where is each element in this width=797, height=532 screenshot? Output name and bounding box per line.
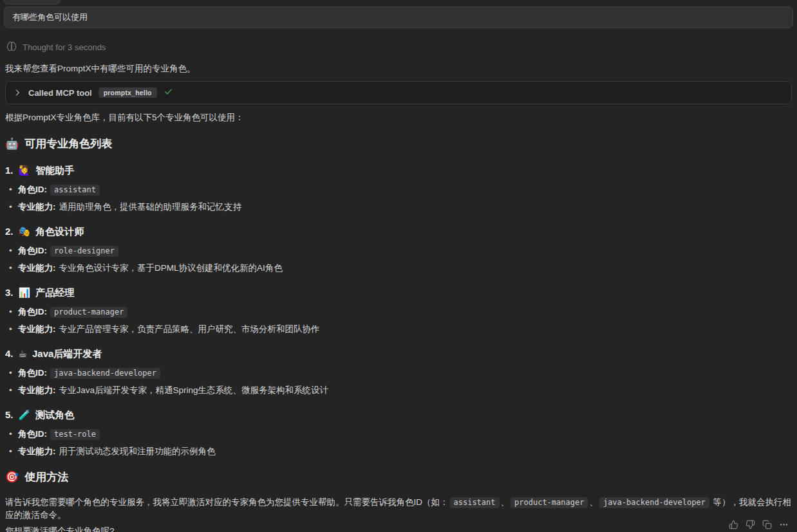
role-ability-item: 专业能力:专业角色设计专家，基于DPML协议创建和优化新的AI角色 bbox=[5, 262, 792, 273]
coffee-emoji-icon: ☕ bbox=[19, 348, 27, 360]
message-actions bbox=[728, 519, 789, 529]
dart-emoji-icon: 🎯 bbox=[5, 470, 19, 484]
mcp-tool-call[interactable]: Called MCP tool promptx_hello bbox=[5, 81, 792, 104]
role-id-item: 角色ID:product-manager bbox=[5, 306, 792, 318]
role-heading: 4. ☕ Java后端开发者 bbox=[5, 348, 792, 360]
usage-section-title: 🎯 使用方法 bbox=[5, 470, 792, 484]
role-id-item: 角色ID:assistant bbox=[5, 184, 792, 196]
check-icon bbox=[164, 87, 173, 99]
previous-message-bubble-edge bbox=[3, 0, 61, 5]
role-id-code: product-manager bbox=[50, 307, 127, 318]
role-detail-list: 角色ID:product-manager 专业能力:专业产品管理专家，负责产品策… bbox=[0, 306, 797, 335]
masks-emoji-icon: 🎭 bbox=[19, 226, 31, 237]
robot-emoji-icon: 🤖 bbox=[5, 137, 19, 151]
user-message[interactable]: 有哪些角色可以使用 bbox=[4, 6, 793, 28]
bar-chart-emoji-icon: 📊 bbox=[19, 287, 31, 298]
brain-icon bbox=[6, 41, 17, 53]
role-id-code: role-designer bbox=[50, 246, 118, 257]
role-id-item: 角色ID:test-role bbox=[5, 428, 792, 440]
role-name: 角色设计师 bbox=[35, 226, 84, 237]
role-id-code: java-backend-developer bbox=[50, 368, 160, 379]
more-icon[interactable] bbox=[778, 519, 789, 529]
role-heading: 3. 📊 产品经理 bbox=[5, 287, 792, 298]
tool-name-badge: promptx_hello bbox=[98, 87, 157, 98]
role-name: 测试角色 bbox=[35, 409, 74, 421]
role-heading: 2. 🎭 角色设计师 bbox=[5, 226, 792, 237]
chevron-right-icon[interactable] bbox=[13, 88, 22, 97]
raising-hand-emoji-icon: 🙋‍♀️ bbox=[19, 165, 31, 176]
closing-question: 您想要激活哪个专业角色呢? bbox=[5, 526, 792, 532]
tool-call-label: Called MCP tool bbox=[28, 88, 92, 98]
role-id-item: 角色ID:role-designer bbox=[5, 245, 792, 257]
role-id-item: 角色ID:java-backend-developer bbox=[5, 367, 792, 379]
role-detail-list: 角色ID:role-designer 专业能力:专业角色设计专家，基于DPML协… bbox=[0, 245, 797, 273]
role-name: 智能助手 bbox=[35, 165, 74, 176]
role-ability-item: 专业能力:用于测试动态发现和注册功能的示例角色 bbox=[5, 446, 792, 457]
roles-section-title: 🤖 可用专业角色列表 bbox=[5, 137, 792, 151]
role-heading: 5. 🧪 测试角色 bbox=[5, 409, 792, 421]
role-detail-list: 角色ID:java-backend-developer 专业能力:专业Java后… bbox=[0, 367, 797, 396]
role-ability-item: 专业能力:通用助理角色，提供基础的助理服务和记忆支持 bbox=[5, 201, 792, 212]
summary-text: 根据PromptX专业角色库，目前有以下5个专业角色可以使用： bbox=[5, 112, 792, 124]
test-tube-emoji-icon: 🧪 bbox=[19, 409, 31, 421]
role-id-code: test-role bbox=[50, 429, 100, 440]
user-message-text: 有哪些角色可以使用 bbox=[12, 12, 88, 23]
inline-code: java-backend-developer bbox=[599, 497, 709, 508]
role-name: 产品经理 bbox=[35, 287, 74, 298]
thumbs-down-icon[interactable] bbox=[745, 519, 755, 529]
thumbs-up-icon[interactable] bbox=[728, 519, 738, 529]
inline-code: product-manager bbox=[511, 497, 588, 508]
assistant-intro-text: 我来帮您查看PromptX中有哪些可用的专业角色。 bbox=[5, 63, 792, 75]
usage-paragraph: 请告诉我您需要哪个角色的专业服务，我将立即激活对应的专家角色为您提供专业帮助。只… bbox=[5, 496, 792, 521]
copy-icon[interactable] bbox=[762, 519, 772, 529]
thought-toggle[interactable]: Thought for 3 seconds bbox=[6, 41, 106, 53]
role-detail-list: 角色ID:assistant 专业能力:通用助理角色，提供基础的助理服务和记忆支… bbox=[0, 184, 797, 212]
role-id-code: assistant bbox=[50, 185, 100, 196]
inline-code: assistant bbox=[450, 497, 500, 508]
role-ability-item: 专业能力:专业产品管理专家，负责产品策略、用户研究、市场分析和团队协作 bbox=[5, 324, 792, 335]
role-ability-item: 专业能力:专业Java后端开发专家，精通Spring生态系统、微服务架构和系统设… bbox=[5, 385, 792, 396]
role-name: Java后端开发者 bbox=[32, 348, 102, 360]
role-detail-list: 角色ID:test-role 专业能力:用于测试动态发现和注册功能的示例角色 bbox=[0, 428, 797, 457]
thought-label: Thought for 3 seconds bbox=[23, 42, 106, 52]
role-heading: 1. 🙋‍♀️ 智能助手 bbox=[5, 165, 792, 176]
